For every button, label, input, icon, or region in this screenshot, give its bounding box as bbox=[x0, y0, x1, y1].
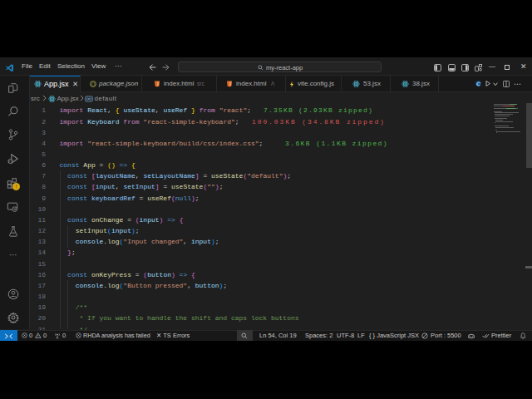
svg-text:{}: {} bbox=[91, 82, 96, 86]
